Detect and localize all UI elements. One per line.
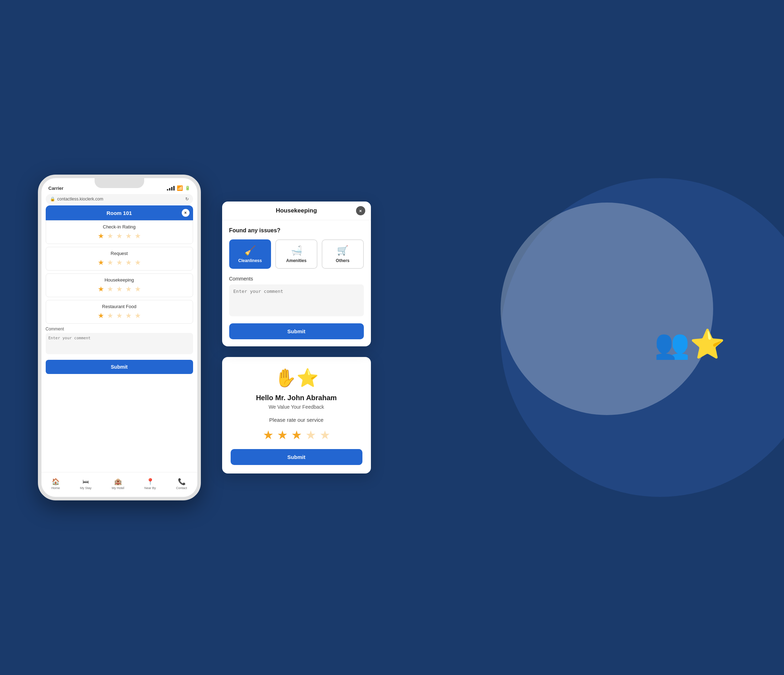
star-1[interactable]: ★ — [98, 258, 104, 267]
star-5[interactable]: ★ — [135, 285, 141, 293]
bottom-nav: 🏠 Home 🛏 My Stay 🏨 My Hotel 📍 Near By 📞 — [42, 472, 198, 497]
my-stay-label: My Stay — [80, 486, 92, 490]
feedback-sub: We Value Your Feedback — [269, 404, 324, 410]
phone-comment-section: Comment — [46, 326, 193, 355]
home-icon: 🏠 — [52, 478, 59, 486]
phone-frame: Carrier 📶 🔋 🔒 contactless.kioclerk.com — [38, 175, 201, 500]
star-2[interactable]: ★ — [107, 285, 114, 293]
lock-icon: 🔒 — [50, 197, 55, 202]
restaurant-stars[interactable]: ★ ★ ★ ★ ★ — [51, 311, 188, 320]
phone-icon: 📞 — [178, 478, 186, 486]
star-1[interactable]: ★ — [98, 285, 104, 293]
star-1[interactable]: ★ — [98, 231, 104, 240]
amenities-label: Amenities — [286, 258, 306, 263]
near-by-label: Near By — [145, 486, 156, 490]
contact-label: Contact — [176, 486, 187, 490]
comments-label: Comments — [229, 276, 364, 282]
star-2[interactable]: ★ — [107, 311, 114, 320]
refresh-icon[interactable]: ↻ — [185, 197, 189, 202]
checkin-label: Check-in Rating — [51, 224, 188, 230]
feedback-submit-button[interactable]: Submit — [231, 449, 362, 465]
checkin-rating-section: Check-in Rating ★ ★ ★ ★ ★ — [46, 220, 193, 244]
others-icon: 🛒 — [337, 245, 348, 256]
url-text: contactless.kioclerk.com — [58, 197, 103, 202]
my-hotel-label: My Hotel — [112, 486, 124, 490]
found-issues-label: Found any issues? — [229, 227, 364, 234]
room-title: Room 101 — [57, 210, 182, 216]
star-4[interactable]: ★ — [125, 231, 132, 240]
star-5[interactable]: ★ — [135, 258, 141, 267]
housekeeping-popup-body: Found any issues? 🧹 Cleanliness 🛁 Amenit… — [222, 220, 371, 346]
hotel-icon: 🏨 — [114, 478, 122, 486]
housekeeping-label: Housekeeping — [51, 277, 188, 282]
home-label: Home — [51, 486, 60, 490]
feedback-emoji: ✋⭐ — [275, 368, 319, 388]
housekeeping-popup-header: Housekeeping × — [222, 202, 371, 220]
star-3[interactable]: ★ — [116, 311, 123, 320]
request-stars[interactable]: ★ ★ ★ ★ ★ — [51, 258, 188, 267]
cleanliness-issue[interactable]: 🧹 Cleanliness — [229, 239, 271, 269]
ratings-list: Check-in Rating ★ ★ ★ ★ ★ Request ★ — [46, 220, 193, 324]
request-rating-section: Request ★ ★ ★ ★ ★ — [46, 247, 193, 270]
star-3[interactable]: ★ — [116, 285, 123, 293]
popups-container: Housekeeping × Found any issues? 🧹 Clean… — [222, 202, 371, 473]
phone-comment-input[interactable] — [46, 333, 193, 354]
location-icon: 📍 — [146, 478, 154, 486]
checkin-stars[interactable]: ★ ★ ★ ★ ★ — [51, 231, 188, 240]
feedback-star-2[interactable]: ★ — [277, 428, 288, 442]
housekeeping-submit-button[interactable]: Submit — [229, 323, 364, 339]
cleanliness-label: Cleanliness — [238, 258, 262, 263]
star-4[interactable]: ★ — [125, 311, 132, 320]
housekeeping-stars[interactable]: ★ ★ ★ ★ ★ — [51, 285, 188, 293]
housekeeping-popup: Housekeeping × Found any issues? 🧹 Clean… — [222, 202, 371, 346]
emoji-decoration: 👥⭐ — [654, 327, 725, 361]
star-3[interactable]: ★ — [116, 231, 123, 240]
cleanliness-icon: 🧹 — [244, 245, 256, 256]
star-4[interactable]: ★ — [125, 258, 132, 267]
nav-near-by[interactable]: 📍 Near By — [145, 478, 156, 490]
nav-contact[interactable]: 📞 Contact — [176, 478, 187, 490]
bed-icon: 🛏 — [82, 478, 89, 486]
feedback-star-3[interactable]: ★ — [291, 428, 302, 442]
request-label: Request — [51, 251, 188, 256]
url-bar[interactable]: 🔒 contactless.kioclerk.com ↻ — [46, 194, 193, 204]
nav-my-stay[interactable]: 🛏 My Stay — [80, 478, 92, 490]
signal-icon — [167, 186, 175, 191]
room-close-button[interactable]: × — [182, 209, 190, 217]
housekeeping-comment-input[interactable] — [229, 284, 364, 316]
carrier-label: Carrier — [48, 186, 64, 191]
housekeeping-rating-section: Housekeeping ★ ★ ★ ★ ★ — [46, 273, 193, 297]
restaurant-rating-section: Restaurant Food ★ ★ ★ ★ ★ — [46, 300, 193, 324]
phone-submit-button[interactable]: Submit — [46, 360, 193, 374]
amenities-icon: 🛁 — [291, 245, 302, 256]
star-5[interactable]: ★ — [135, 311, 141, 320]
feedback-stars[interactable]: ★ ★ ★ ★ ★ — [263, 428, 330, 442]
battery-icon: 🔋 — [185, 186, 190, 191]
feedback-star-4[interactable]: ★ — [305, 428, 316, 442]
room-header: Room 101 × — [46, 205, 193, 220]
nav-home[interactable]: 🏠 Home — [51, 478, 60, 490]
wifi-icon: 📶 — [177, 185, 183, 191]
feedback-greeting: Hello Mr. John Abraham — [256, 394, 336, 402]
star-2[interactable]: ★ — [107, 231, 114, 240]
restaurant-label: Restaurant Food — [51, 304, 188, 309]
comment-label: Comment — [46, 326, 193, 332]
feedback-rate-label: Please rate our service — [269, 417, 324, 423]
star-4[interactable]: ★ — [125, 285, 132, 293]
star-1[interactable]: ★ — [98, 311, 104, 320]
feedback-star-1[interactable]: ★ — [263, 428, 274, 442]
feedback-star-5[interactable]: ★ — [320, 428, 330, 442]
housekeeping-popup-title: Housekeeping — [275, 207, 317, 214]
others-label: Others — [336, 258, 350, 263]
others-issue[interactable]: 🛒 Others — [322, 239, 364, 269]
star-3[interactable]: ★ — [116, 258, 123, 267]
phone-notch — [95, 178, 144, 188]
housekeeping-close-button[interactable]: × — [356, 206, 365, 215]
star-5[interactable]: ★ — [135, 231, 141, 240]
phone-mockup: Carrier 📶 🔋 🔒 contactless.kioclerk.com — [38, 175, 201, 500]
amenities-issue[interactable]: 🛁 Amenities — [275, 239, 317, 269]
nav-my-hotel[interactable]: 🏨 My Hotel — [112, 478, 124, 490]
star-2[interactable]: ★ — [107, 258, 114, 267]
feedback-popup: ✋⭐ Hello Mr. John Abraham We Value Your … — [222, 357, 371, 473]
phone-content: Room 101 × Check-in Rating ★ ★ ★ ★ ★ — [42, 205, 198, 475]
